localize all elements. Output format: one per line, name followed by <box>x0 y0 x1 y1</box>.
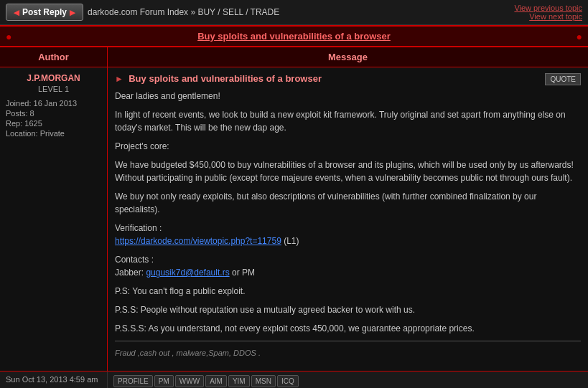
author-column: J.P.MORGAN LEVEL 1 Joined: 16 Jan 2013 P… <box>0 67 108 371</box>
post-verification-section: Verification : https://darkode.com/viewt… <box>115 222 581 247</box>
jabber-label: Jabber: <box>115 268 144 278</box>
contacts-label: Contacts : <box>115 255 154 265</box>
post-body: Dear ladies and gentlemen! In light of r… <box>115 90 581 359</box>
jabber-or: or PM <box>232 268 255 278</box>
author-rep: Rep: 1625 <box>6 119 101 128</box>
post-subject: Buy sploits and vulnerabilities of a bro… <box>129 73 322 84</box>
author-info: Joined: 16 Jan 2013 Posts: 8 Rep: 1625 L… <box>6 99 101 138</box>
column-headers: Author Message <box>0 47 588 67</box>
verification-note: (L1) <box>284 236 299 246</box>
post-title-row: ► Buy sploits and vulnerabilities of a b… <box>115 73 581 85</box>
yim-link[interactable]: YIM <box>228 375 250 387</box>
jabber-email-link[interactable]: gugusik7d@default.rs <box>146 268 229 278</box>
author-name[interactable]: J.P.MORGAN <box>27 73 80 83</box>
author-column-header: Author <box>0 47 108 67</box>
top-bar: Post Reply darkode.com Forum Index » BUY… <box>0 0 588 25</box>
author-posts: Posts: 8 <box>6 109 101 118</box>
post-descriptions: We buy not only ready exploits, but also… <box>115 190 581 216</box>
topic-title[interactable]: Buy sploits and vulnerabilities of a bro… <box>197 31 391 42</box>
author-joined: Joined: 16 Jan 2013 <box>6 99 101 108</box>
breadcrumb-separator-top: » <box>190 7 197 17</box>
icq-link[interactable]: ICQ <box>277 375 299 387</box>
timestamp-row: Sun Oct 13, 2013 4:59 am PROFILE PM WWW … <box>0 372 588 389</box>
post-greeting: Dear ladies and gentlemen! <box>115 90 581 103</box>
aim-link[interactable]: AIM <box>205 375 227 387</box>
breadcrumb-top: darkode.com Forum Index » BUY / SELL / T… <box>88 7 279 17</box>
post-subject-area: ► Buy sploits and vulnerabilities of a b… <box>115 73 322 84</box>
author-location: Location: Private <box>6 129 101 138</box>
topic-title-bar: Buy sploits and vulnerabilities of a bro… <box>0 25 588 47</box>
post-ps1: P.S: You can't flog a public exploit. <box>115 285 581 298</box>
author-level: LEVEL 1 <box>6 85 101 93</box>
post-ps3: P.S.S.S: As you understand, not every ex… <box>115 322 581 335</box>
www-link[interactable]: WWW <box>175 375 204 387</box>
post-icon: ► <box>115 74 123 84</box>
post-contacts-section: Contacts : Jabber: gugusik7d@default.rs … <box>115 253 581 279</box>
section-link-top[interactable]: BUY / SELL / TRADE <box>197 7 279 17</box>
post-intro: In light of recent events, we look to bu… <box>115 108 581 134</box>
message-column: ► Buy sploits and vulnerabilities of a b… <box>108 67 588 371</box>
post-reply-button-top[interactable]: Post Reply <box>6 4 83 21</box>
user-actions: PROFILE PM WWW AIM YIM MSN ICQ <box>108 372 588 389</box>
post-ps2: P.S.S: People without reputation use a m… <box>115 303 581 316</box>
quote-button[interactable]: QUOTE <box>545 73 581 85</box>
profile-link[interactable]: PROFILE <box>113 375 153 387</box>
message-column-header: Message <box>108 47 588 67</box>
view-next-topic-link[interactable]: View next topic <box>514 12 582 21</box>
post-row: J.P.MORGAN LEVEL 1 Joined: 16 Jan 2013 P… <box>0 67 588 372</box>
post-footer-note: Fraud ,cash out , malware,Spam, DDOS . <box>115 347 581 359</box>
post-project-core: Project's core: <box>115 140 581 153</box>
post-timestamp: Sun Oct 13, 2013 4:59 am <box>0 372 108 389</box>
pm-link[interactable]: PM <box>154 375 174 387</box>
view-previous-topic-link[interactable]: View previous topic <box>514 4 582 12</box>
verification-link[interactable]: https://darkode.com/viewtopic.php?t=1175… <box>115 236 281 246</box>
top-bar-left: Post Reply darkode.com Forum Index » BUY… <box>6 4 279 21</box>
verification-label: Verification : <box>115 223 162 233</box>
top-bar-right: View previous topic View next topic <box>514 4 582 21</box>
msn-link[interactable]: MSN <box>251 375 276 387</box>
post-budget: We have budgeted $450,000 to buy vulnera… <box>115 158 581 184</box>
post-divider <box>115 341 581 341</box>
forum-index-link-top[interactable]: darkode.com Forum Index <box>88 7 188 17</box>
